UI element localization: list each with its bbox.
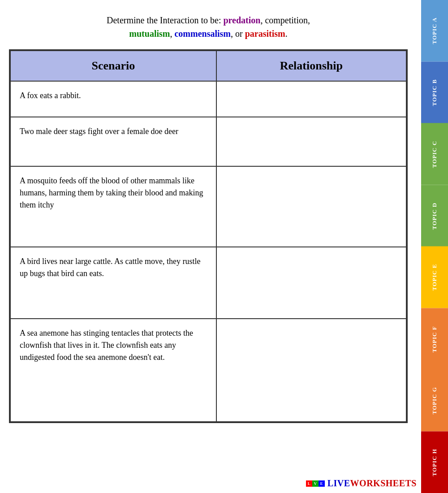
relationship-cell-1[interactable] bbox=[216, 81, 406, 117]
instruction-period: . bbox=[285, 29, 288, 39]
parasitism-label: parasitism bbox=[245, 29, 285, 39]
instruction-text: Determine the Interaction to be: predati… bbox=[107, 13, 310, 40]
scenario-cell-4: A bird lives near large cattle. As cattl… bbox=[10, 247, 216, 319]
logo-letter-e: E bbox=[319, 480, 325, 487]
table-wrapper: Scenario Relationship A fox eats a rabbi… bbox=[9, 49, 408, 423]
sidebar-item-topic-h[interactable]: TOPIC H bbox=[421, 432, 448, 493]
side-tabs: TOPIC A TOPIC B TOPIC C TOPIC D TOPIC E … bbox=[421, 0, 448, 493]
logo-letter-l: L bbox=[306, 480, 312, 487]
relationship-cell-2[interactable] bbox=[216, 117, 406, 166]
scenario-header: Scenario bbox=[10, 51, 216, 81]
table-header-row: Scenario Relationship bbox=[10, 51, 406, 81]
mutualism-label: mutualism bbox=[129, 29, 170, 39]
relationship-cell-3[interactable] bbox=[216, 166, 406, 247]
sidebar-item-topic-c[interactable]: TOPIC C bbox=[421, 123, 448, 185]
table-row: A bird lives near large cattle. As cattl… bbox=[10, 247, 406, 319]
scenario-cell-1: A fox eats a rabbit. bbox=[10, 81, 216, 117]
sidebar-item-topic-d[interactable]: TOPIC D bbox=[421, 185, 448, 247]
relationship-cell-5[interactable] bbox=[216, 319, 406, 422]
interaction-table: Scenario Relationship A fox eats a rabbi… bbox=[10, 50, 407, 422]
liveworksheets-badge: L V E LIVEWORKSHEETS bbox=[306, 478, 417, 489]
sidebar-item-topic-b[interactable]: TOPIC B bbox=[421, 62, 448, 124]
table-row: Two male deer stags fight over a female … bbox=[10, 117, 406, 166]
sidebar-item-topic-g[interactable]: TOPIC G bbox=[421, 370, 448, 432]
scenario-cell-5: A sea anemone has stinging tentacles tha… bbox=[10, 319, 216, 422]
liveworksheets-name: LIVEWORKSHEETS bbox=[327, 478, 417, 489]
table-row: A fox eats a rabbit. bbox=[10, 81, 406, 117]
liveworksheets-logo: L V E bbox=[306, 480, 325, 487]
predation-label: predation bbox=[223, 15, 260, 25]
sidebar-item-topic-f[interactable]: TOPIC F bbox=[421, 308, 448, 370]
relationship-cell-4[interactable] bbox=[216, 247, 406, 319]
scenario-cell-2: Two male deer stags fight over a female … bbox=[10, 117, 216, 166]
instruction-or: , or bbox=[231, 29, 245, 39]
instruction-comma2: , bbox=[170, 29, 174, 39]
scenario-cell-3: A mosquito feeds off the blood of other … bbox=[10, 166, 216, 247]
table-row: A sea anemone has stinging tentacles tha… bbox=[10, 319, 406, 422]
sidebar-item-topic-a[interactable]: TOPIC A bbox=[421, 0, 448, 62]
relationship-header: Relationship bbox=[216, 51, 406, 81]
main-container: Determine the Interaction to be: predati… bbox=[0, 0, 417, 493]
commensalism-label: commensalism bbox=[174, 29, 231, 39]
sidebar-item-topic-e[interactable]: TOPIC E bbox=[421, 246, 448, 308]
instruction-comma1: , competition, bbox=[260, 15, 310, 25]
instruction-before: Determine the Interaction to be: bbox=[107, 15, 223, 25]
logo-letter-v: V bbox=[312, 480, 319, 487]
table-row: A mosquito feeds off the blood of other … bbox=[10, 166, 406, 247]
